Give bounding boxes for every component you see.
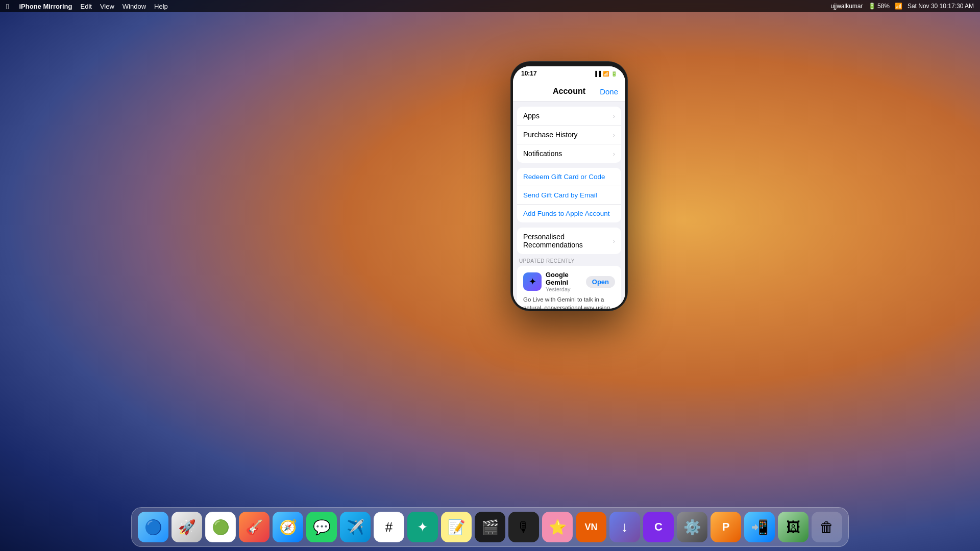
- gemini-app-time: Yesterday: [546, 286, 586, 292]
- dock-icon-system-preferences[interactable]: ⚙️: [677, 512, 707, 542]
- dock-icon-launchpad[interactable]: 🚀: [172, 512, 202, 542]
- dock-icon-chatgpt[interactable]: ✦: [407, 512, 438, 542]
- dock-icon-finder[interactable]: 🔵: [138, 512, 168, 542]
- personalised-section: Personalised Recommendations ›: [517, 228, 621, 254]
- menubar-wifi: 📶: [895, 3, 902, 10]
- menubar-battery: 🔋 58%: [868, 3, 890, 10]
- menubar-datetime: Sat Nov 30 10:17:30 AM: [908, 3, 974, 10]
- menubar:  iPhone Mirroring Edit View Window Help…: [0, 0, 980, 12]
- iphone-status-icons: ▐▐ 📶 🔋: [594, 71, 617, 77]
- apps-chevron-icon: ›: [613, 112, 615, 120]
- notifications-chevron-icon: ›: [613, 150, 615, 158]
- iphone-screen: 10:17 ▐▐ 📶 🔋 Account Done Apps › P: [513, 66, 625, 309]
- dock-icon-instruments[interactable]: 🎸: [239, 512, 270, 542]
- dock-icon-iphone-mirroring[interactable]: 📲: [744, 512, 775, 542]
- dock-icon-whatsapp[interactable]: 💬: [306, 512, 337, 542]
- dock-icon-vn[interactable]: VN: [576, 512, 606, 542]
- send-gift-card-button[interactable]: Send Gift Card by Email: [517, 186, 621, 205]
- gemini-app-icon: ✦: [523, 272, 542, 291]
- account-done-button[interactable]: Done: [600, 87, 618, 96]
- signal-icon: ▐▐: [594, 71, 601, 77]
- personalised-recommendations-label: Personalised Recommendations: [523, 233, 613, 249]
- dock-icon-finalcut[interactable]: 🎬: [475, 512, 505, 542]
- gemini-open-button[interactable]: Open: [586, 276, 615, 288]
- redeem-gift-card-label: Redeem Gift Card or Code: [523, 173, 605, 181]
- dock-icon-reeder[interactable]: ⭐: [542, 512, 573, 542]
- dock-icon-trash[interactable]: 🗑: [812, 512, 842, 542]
- gemini-update-row: ✦ Google Gemini Yesterday Open: [523, 271, 615, 292]
- iphone-content[interactable]: Account Done Apps › Purchase History › N…: [513, 81, 625, 309]
- menubar-app-name[interactable]: iPhone Mirroring: [19, 3, 72, 10]
- nav-item-purchase-history[interactable]: Purchase History ›: [517, 126, 621, 144]
- iphone-status-time: 10:17: [521, 70, 594, 77]
- account-title: Account: [553, 87, 585, 96]
- gift-section: Redeem Gift Card or Code Send Gift Card …: [517, 168, 621, 222]
- nav-item-notifications-label: Notifications: [523, 149, 613, 158]
- updated-recently-header: UPDATED RECENTLY: [513, 254, 625, 266]
- nav-section-list: Apps › Purchase History › Notifications …: [517, 107, 621, 163]
- dock-icon-telegram[interactable]: ✈️: [340, 512, 371, 542]
- menubar-right: ujjwalkumar 🔋 58% 📶 Sat Nov 30 10:17:30 …: [830, 3, 974, 10]
- nav-item-apps[interactable]: Apps ›: [517, 107, 621, 126]
- app-update-list: ✦ Google Gemini Yesterday Open Go Live w…: [517, 266, 621, 309]
- add-funds-label: Add Funds to Apple Account: [523, 210, 610, 217]
- dock-icon-proxyman[interactable]: P: [710, 512, 741, 542]
- battery-icon: 🔋: [611, 71, 617, 77]
- menubar-help[interactable]: Help: [154, 3, 168, 10]
- menubar-window[interactable]: Window: [122, 3, 146, 10]
- gemini-update-item: ✦ Google Gemini Yesterday Open Go Live w…: [517, 266, 621, 309]
- menubar-left:  iPhone Mirroring Edit View Window Help: [6, 2, 168, 11]
- menubar-user: ujjwalkumar: [830, 3, 863, 10]
- dock-icon-transloader[interactable]: ↓: [609, 512, 640, 542]
- dock-icon-notes[interactable]: 📝: [441, 512, 472, 542]
- account-header: Account Done: [513, 81, 625, 102]
- gemini-app-name: Google Gemini: [546, 271, 586, 286]
- add-funds-button[interactable]: Add Funds to Apple Account: [517, 205, 621, 222]
- gemini-app-info: Google Gemini Yesterday: [546, 271, 586, 292]
- iphone-window: 10:17 ▐▐ 📶 🔋 Account Done Apps › P: [510, 61, 628, 311]
- wifi-icon: 📶: [603, 71, 609, 77]
- gemini-app-description: Go Live with Gemini to talk in a natural…: [523, 295, 615, 309]
- dock: 🔵 🚀 🟢 🎸 🧭 💬 ✈️ # ✦ 📝 🎬 🎙 ⭐ VN ↓ C ⚙️ P 📲…: [131, 507, 849, 547]
- dock-icon-slack[interactable]: #: [374, 512, 404, 542]
- menubar-view[interactable]: View: [100, 3, 114, 10]
- menubar-edit[interactable]: Edit: [80, 3, 91, 10]
- dock-icon-safari[interactable]: 🧭: [273, 512, 303, 542]
- apple-logo-icon[interactable]: : [6, 2, 9, 11]
- dock-icon-preview[interactable]: 🖼: [778, 512, 808, 542]
- dock-icon-chrome[interactable]: 🟢: [205, 512, 236, 542]
- nav-item-notifications[interactable]: Notifications ›: [517, 144, 621, 163]
- personalised-recommendations-button[interactable]: Personalised Recommendations ›: [517, 228, 621, 254]
- iphone-status-bar: 10:17 ▐▐ 📶 🔋: [513, 66, 625, 81]
- redeem-gift-card-button[interactable]: Redeem Gift Card or Code: [517, 168, 621, 186]
- purchase-chevron-icon: ›: [613, 131, 615, 139]
- dock-icon-ferrite[interactable]: 🎙: [508, 512, 539, 542]
- nav-item-purchase-history-label: Purchase History: [523, 131, 613, 139]
- send-gift-card-label: Send Gift Card by Email: [523, 191, 597, 199]
- nav-item-apps-label: Apps: [523, 112, 613, 120]
- dock-icon-canva[interactable]: C: [643, 512, 674, 542]
- wallpaper: [0, 0, 980, 551]
- personalised-chevron-icon: ›: [613, 237, 615, 245]
